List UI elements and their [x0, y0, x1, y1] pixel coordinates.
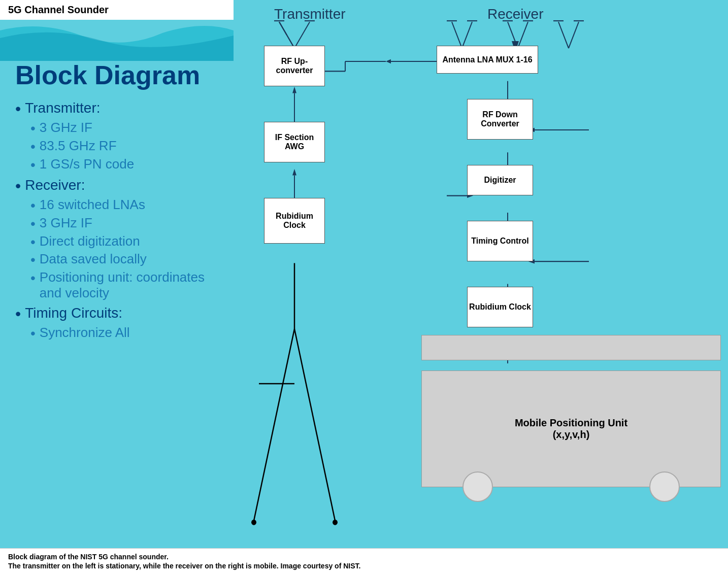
- wheel-right: [649, 471, 680, 502]
- svg-line-30: [254, 329, 294, 521]
- diagram-area: Transmitter Receiver: [234, 0, 728, 548]
- receiver-section-label: Receiver: [487, 6, 543, 22]
- svg-line-6: [452, 22, 462, 48]
- digitizer-box: Digitizer: [467, 165, 533, 195]
- list-item: 3 GHz IF: [30, 215, 218, 232]
- rubidium-clock-tx-box: Rubidium Clock: [264, 198, 325, 244]
- caption-area: Block diagram of the NIST 5G channel sou…: [0, 548, 728, 574]
- list-item-transmitter: Transmitter: 3 GHz IF 83.5 GHz RF 1 GS/s…: [15, 100, 218, 173]
- header-title: 5G Channel Sounder: [8, 4, 109, 15]
- transmitter-sub-list: 3 GHz IF 83.5 GHz RF 1 GS/s PN code: [15, 120, 218, 173]
- list-item-receiver: Receiver: 16 switched LNAs 3 GHz IF Dire…: [15, 177, 218, 301]
- svg-marker-26: [292, 87, 296, 93]
- main-container: 5G Channel Sounder Block Diagram Transmi…: [0, 0, 728, 574]
- antenna-lna-box: Antenna LNA MUX 1-16: [437, 46, 538, 74]
- timing-sub-list: Synchronize All: [15, 325, 218, 342]
- header-bar: 5G Channel Sounder: [0, 0, 234, 20]
- list-item: 16 switched LNAs: [30, 197, 218, 214]
- wave-decoration: [0, 20, 234, 61]
- list-item: 1 GS/s PN code: [30, 156, 218, 174]
- rf-upconverter-box: RF Up-converter: [264, 46, 325, 86]
- timing-control-box: Timing Control: [467, 221, 533, 261]
- list-item: Synchronize All: [30, 325, 218, 342]
- receiver-label-left: Receiver:: [15, 177, 218, 195]
- pos-top-bar: [421, 335, 721, 360]
- list-item: Data saved locally: [30, 251, 218, 268]
- svg-line-10: [508, 22, 518, 48]
- transmitter-label: Transmitter:: [15, 100, 218, 118]
- right-panel: Transmitter Receiver: [234, 0, 728, 548]
- svg-line-7: [462, 22, 472, 48]
- svg-point-33: [251, 520, 256, 525]
- if-section-awg-box: IF Section AWG: [264, 122, 325, 162]
- list-item: Direct digitization: [30, 233, 218, 251]
- wheel-left: [462, 471, 493, 502]
- left-content: Block Diagram Transmitter: 3 GHz IF 83.5…: [0, 51, 234, 356]
- svg-line-3: [279, 22, 294, 48]
- left-panel: 5G Channel Sounder Block Diagram Transmi…: [0, 0, 234, 548]
- transmitter-section-label: Transmitter: [274, 6, 346, 22]
- list-item-timing: Timing Circuits: Synchronize All: [15, 305, 218, 342]
- list-item: 3 GHz IF: [30, 120, 218, 137]
- svg-marker-21: [386, 59, 391, 64]
- svg-line-0: [279, 22, 294, 48]
- rubidium-clock-rx-box: Rubidium Clock: [467, 287, 533, 327]
- svg-line-1: [294, 22, 310, 48]
- svg-line-2: [279, 22, 287, 35]
- svg-line-15: [569, 22, 579, 48]
- rf-down-converter-box: RF Down Converter: [467, 99, 533, 140]
- svg-point-34: [333, 520, 338, 525]
- mobile-positioning-text-line1: Mobile Positioning Unit: [515, 417, 627, 429]
- svg-line-14: [558, 22, 569, 48]
- receiver-sub-list: 16 switched LNAs 3 GHz IF Direct digitiz…: [15, 197, 218, 300]
- mobile-positioning-text-line2: (x,y,v,h): [553, 429, 590, 441]
- content-area: 5G Channel Sounder Block Diagram Transmi…: [0, 0, 728, 548]
- caption-line2: The transmitter on the left is stationar…: [8, 562, 720, 570]
- block-diagram-title: Block Diagram: [15, 61, 218, 90]
- caption-line1: Block diagram of the NIST 5G channel sou…: [8, 553, 720, 561]
- mobile-positioning-box: Mobile Positioning Unit (x,y,v,h): [421, 370, 721, 487]
- list-item: Positioning unit: coordinates and veloci…: [30, 269, 218, 301]
- list-item: 83.5 GHz RF: [30, 138, 218, 155]
- svg-marker-28: [292, 169, 296, 176]
- svg-line-31: [294, 329, 335, 521]
- svg-line-11: [518, 22, 528, 48]
- timing-label: Timing Circuits:: [15, 305, 218, 323]
- bullet-list: Transmitter: 3 GHz IF 83.5 GHz RF 1 GS/s…: [15, 100, 218, 342]
